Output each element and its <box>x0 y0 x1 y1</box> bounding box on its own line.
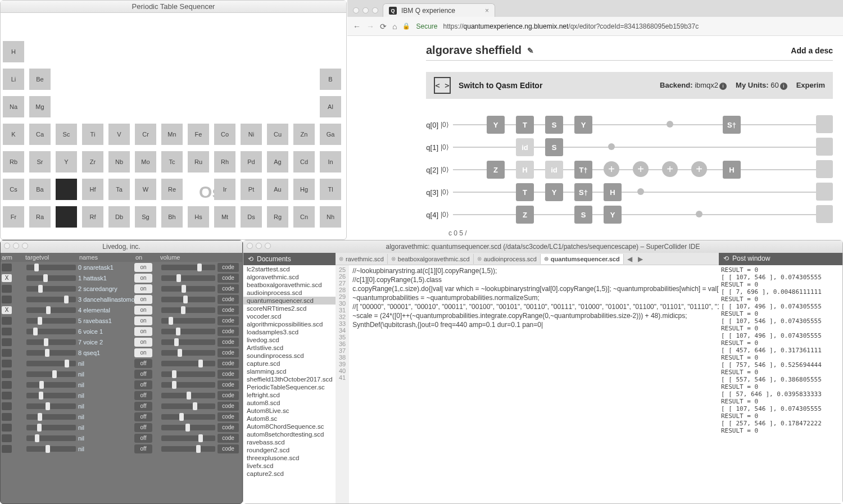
element-cell[interactable]: Ru <box>188 151 209 172</box>
element-cell[interactable]: Nh <box>320 206 341 228</box>
element-cell[interactable]: Hf <box>82 179 103 200</box>
code-button[interactable]: code <box>217 327 239 336</box>
documents-list[interactable]: lc2starttest.scdalgoravethmic.scdbeatbox… <box>243 265 336 503</box>
info-icon[interactable]: i <box>719 83 727 90</box>
arm-toggle[interactable] <box>2 285 12 293</box>
on-toggle[interactable]: on <box>134 284 152 293</box>
gate-s[interactable]: S <box>545 138 563 156</box>
document-item[interactable]: lc2starttest.scd <box>243 265 336 273</box>
arm-toggle[interactable] <box>2 370 12 378</box>
code-button[interactable]: code <box>217 434 239 443</box>
element-cell[interactable]: Ca <box>29 124 51 145</box>
experiment-title[interactable]: algorave sheffield <box>426 44 522 57</box>
url-bar[interactable]: https://quantumexperience.ng.bluemix.net… <box>443 22 699 30</box>
element-cell[interactable]: H <box>3 41 24 62</box>
arm-toggle[interactable] <box>2 264 12 271</box>
editor-tab[interactable]: ⊗audioinprocess.scd <box>474 254 541 264</box>
measure-icon[interactable] <box>816 138 833 156</box>
gate-y[interactable]: Y <box>604 206 622 224</box>
gate-t†[interactable]: T† <box>574 161 592 179</box>
reload-icon[interactable]: ⟳ <box>380 22 387 31</box>
targetvol-slider[interactable] <box>26 307 76 313</box>
control-dot-icon[interactable] <box>608 143 615 150</box>
element-cell[interactable]: Pt <box>241 179 262 200</box>
element-cell[interactable]: Rg <box>267 206 288 228</box>
element-cell[interactable]: Au <box>267 179 288 200</box>
code-button[interactable]: code <box>217 284 239 293</box>
tab-nav[interactable]: ◀ ▶ <box>624 255 646 263</box>
window-controls[interactable] <box>247 243 271 249</box>
window-controls[interactable] <box>351 7 383 17</box>
measure-icon[interactable] <box>816 160 833 178</box>
element-cell[interactable]: Be <box>29 69 51 90</box>
arm-toggle[interactable] <box>2 328 12 335</box>
targetvol-slider[interactable] <box>26 403 76 409</box>
close-icon[interactable]: ⊗ <box>544 256 549 262</box>
element-cell[interactable]: Ir <box>214 179 235 200</box>
close-icon[interactable]: ⊗ <box>477 256 482 262</box>
code-button[interactable]: code <box>217 444 239 453</box>
targetvol-slider[interactable] <box>26 318 76 324</box>
element-cell[interactable]: Sc <box>56 124 77 145</box>
document-item[interactable]: soundinprocess.scd <box>243 352 336 360</box>
browser-tab[interactable]: Q IBM Q experience × <box>383 3 495 17</box>
targetvol-slider[interactable] <box>26 297 76 302</box>
quantum-wire[interactable]: ZSY <box>453 214 833 215</box>
document-item[interactable]: audioinprocess.scd <box>243 289 336 297</box>
element-cell[interactable]: Na <box>3 96 24 117</box>
element-cell[interactable]: Cd <box>293 151 315 172</box>
element-cell[interactable]: Li <box>3 69 24 90</box>
element-cell[interactable]: Bh <box>161 206 183 228</box>
arm-toggle[interactable] <box>2 434 12 442</box>
volume-slider[interactable] <box>161 435 215 441</box>
element-cell[interactable]: Al <box>320 96 341 117</box>
experiment-tab[interactable]: Experim <box>796 81 825 90</box>
editor-tab[interactable]: ⊗beatboxalgoravethmic.scd <box>388 254 474 264</box>
element-cell[interactable]: Ra <box>29 206 51 228</box>
gate-h[interactable]: H <box>516 161 534 179</box>
document-item[interactable]: sheffield13thOctober2017.scd <box>243 375 336 383</box>
reload-icon[interactable]: ⟲ <box>248 255 253 263</box>
targetvol-slider[interactable] <box>26 350 76 356</box>
document-item[interactable]: autom8.scd <box>243 399 336 407</box>
element-cell[interactable]: Fr <box>3 206 24 228</box>
element-cell[interactable]: Rf <box>82 206 103 228</box>
element-cell[interactable]: Hs <box>188 206 209 228</box>
element-cell[interactable] <box>56 206 77 228</box>
close-icon[interactable]: ⊗ <box>391 256 396 262</box>
on-toggle[interactable]: on <box>134 274 152 283</box>
arm-toggle[interactable] <box>2 402 12 410</box>
quantum-wire[interactable]: ZHidT†H++++ <box>453 169 833 170</box>
element-cell[interactable]: Y <box>56 151 77 172</box>
element-cell[interactable]: Ta <box>108 179 130 200</box>
gate-s†[interactable]: S† <box>574 183 592 201</box>
element-cell[interactable]: Mg <box>29 96 51 117</box>
element-cell[interactable]: Sg <box>135 206 156 228</box>
control-dot-icon[interactable] <box>696 211 703 217</box>
on-toggle[interactable]: off <box>134 423 152 432</box>
volume-slider[interactable] <box>161 339 215 345</box>
targetvol-slider[interactable] <box>26 435 76 441</box>
document-item[interactable]: algorithmicpossibilities.scd <box>243 320 336 328</box>
element-cell[interactable]: Cu <box>267 124 288 145</box>
code-button[interactable]: code <box>217 263 239 272</box>
gate-s[interactable]: S <box>574 206 592 224</box>
arm-toggle[interactable] <box>2 360 12 367</box>
volume-slider[interactable] <box>161 382 215 388</box>
document-item[interactable]: vocoder.scd <box>243 312 336 320</box>
on-toggle[interactable]: off <box>134 370 152 379</box>
element-cell[interactable]: Mn <box>161 124 183 145</box>
document-item[interactable]: roundgen2.scd <box>243 446 336 454</box>
element-cell[interactable]: V <box>108 124 130 145</box>
gate-h[interactable]: H <box>604 183 622 201</box>
volume-slider[interactable] <box>161 361 215 366</box>
quantum-wire[interactable]: YTSYS† <box>453 124 833 125</box>
targetvol-slider[interactable] <box>26 446 76 452</box>
arm-toggle[interactable] <box>2 349 12 357</box>
element-cell[interactable]: Ti <box>82 124 103 145</box>
code-button[interactable]: code <box>217 316 239 325</box>
volume-slider[interactable] <box>161 297 215 302</box>
document-item[interactable]: Autom8ChordSequence.sc <box>243 423 336 430</box>
volume-slider[interactable] <box>161 265 215 270</box>
document-item[interactable]: Autom8Live.sc <box>243 407 336 415</box>
